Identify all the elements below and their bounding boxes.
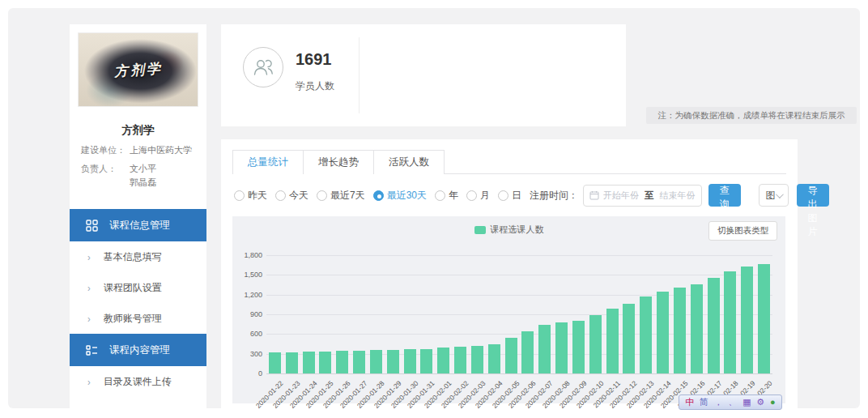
menu-item-label: 课程团队设置 bbox=[104, 281, 162, 295]
menu-item-label: 目录及课件上传 bbox=[104, 375, 172, 389]
info-row-leader: 负责人： 文小平 郭晶磊 bbox=[81, 163, 198, 190]
y-axis-tick: 1,200 bbox=[234, 291, 262, 299]
gridline bbox=[266, 373, 772, 374]
radio-last-30-days[interactable]: 最近30天 bbox=[373, 189, 427, 203]
menu-item-label: 基本信息填写 bbox=[104, 250, 162, 264]
statistics-panel: 总量统计 增长趋势 活跃人数 昨天 今天 最近7天 bbox=[221, 139, 798, 408]
ime-punctuation-icon[interactable]: ， bbox=[714, 398, 723, 407]
enrollment-bar-chart: 课程选课人数 切换图表类型 03006009001,2001,5001,8002… bbox=[232, 216, 785, 403]
divider bbox=[359, 37, 360, 113]
chart-plot[interactable]: 03006009001,2001,5001,8002020-01-222020-… bbox=[266, 255, 772, 373]
student-count-card: 1691 学员人数 bbox=[221, 24, 626, 126]
tab-active-users[interactable]: 活跃人数 bbox=[373, 150, 445, 174]
gridline bbox=[266, 275, 772, 275]
bar bbox=[471, 346, 483, 373]
student-count-value: 1691 bbox=[296, 50, 332, 69]
export-image-button[interactable]: 导出图片 bbox=[797, 184, 829, 207]
radio-yesterday[interactable]: 昨天 bbox=[234, 189, 267, 203]
bar bbox=[420, 349, 432, 373]
tab-bar: 总量统计 增长趋势 活跃人数 bbox=[232, 150, 786, 174]
bar bbox=[623, 304, 635, 373]
radio-circle-icon bbox=[498, 190, 508, 201]
list-icon bbox=[86, 344, 98, 356]
bar bbox=[303, 352, 315, 373]
bar bbox=[758, 264, 770, 373]
y-axis-tick: 600 bbox=[234, 330, 262, 338]
sidebar: 方剂学 方剂学 建设单位： 上海中医药大学 负责人： 文小平 郭晶磊 bbox=[70, 24, 206, 408]
grid-icon bbox=[86, 220, 98, 232]
menu-item-label: 教师账号管理 bbox=[104, 312, 162, 326]
bar bbox=[286, 352, 298, 373]
menu-header-course-info[interactable]: 课程信息管理 bbox=[70, 209, 206, 241]
chart-type-select[interactable]: 图 bbox=[759, 184, 789, 207]
y-axis-tick: 300 bbox=[234, 350, 262, 358]
sidebar-item-basic-info[interactable]: › 基本信息填写 bbox=[70, 241, 206, 272]
end-year-placeholder[interactable]: 结束年份 bbox=[660, 190, 696, 202]
bar bbox=[488, 344, 500, 373]
ime-softkeyboard-icon[interactable]: ▦ bbox=[742, 398, 751, 407]
radio-circle-icon bbox=[234, 190, 245, 201]
bar bbox=[404, 349, 416, 373]
gridline bbox=[266, 255, 772, 256]
sidebar-menu: 课程信息管理 › 基本信息填写 › 课程团队设置 › 教师账号管理 bbox=[70, 209, 206, 397]
note-banner: 注：为确保数据准确，成绩单将在课程结束后展示 bbox=[646, 107, 857, 124]
chart-legend[interactable]: 课程选课人数 bbox=[474, 224, 544, 236]
chevron-right-icon: › bbox=[87, 282, 91, 293]
bar bbox=[555, 322, 568, 373]
bar bbox=[437, 348, 449, 373]
radio-circle-icon bbox=[275, 190, 286, 201]
sidebar-item-teacher-accounts[interactable]: › 教师账号管理 bbox=[70, 303, 206, 334]
course-cover-title: 方剂学 bbox=[113, 58, 163, 80]
y-axis-tick: 1,800 bbox=[234, 251, 262, 259]
bar bbox=[741, 267, 753, 373]
bar bbox=[572, 321, 585, 373]
query-button[interactable]: 查询 bbox=[708, 184, 741, 207]
radio-today[interactable]: 今天 bbox=[275, 189, 308, 203]
bar bbox=[691, 284, 703, 373]
chart-type-selected-value: 图 bbox=[766, 189, 776, 203]
ime-simplified-icon[interactable]: 简 bbox=[700, 398, 708, 407]
students-icon bbox=[243, 47, 283, 87]
bar bbox=[319, 352, 331, 373]
course-title: 方剂学 bbox=[70, 123, 206, 138]
start-year-placeholder[interactable]: 开始年份 bbox=[603, 190, 639, 202]
ime-toolbar[interactable]: 中简，、▦⚙● bbox=[679, 395, 782, 410]
tab-total-statistics[interactable]: 总量统计 bbox=[232, 150, 304, 174]
radio-label: 今天 bbox=[289, 189, 308, 203]
tab-growth-trend[interactable]: 增长趋势 bbox=[303, 150, 374, 174]
ime-symbol-icon[interactable]: 、 bbox=[729, 398, 738, 407]
radio-label: 年 bbox=[449, 189, 458, 203]
radio-day[interactable]: 日 bbox=[498, 189, 521, 203]
radio-circle-icon bbox=[466, 190, 477, 201]
info-row-builder: 建设单位： 上海中医药大学 bbox=[81, 144, 198, 156]
radio-label: 最近7天 bbox=[330, 189, 365, 203]
student-count-label: 学员人数 bbox=[296, 79, 334, 93]
info-value: 上海中医药大学 bbox=[130, 144, 192, 156]
leader-name-2: 郭晶磊 bbox=[130, 177, 156, 189]
y-axis-tick: 1,500 bbox=[234, 271, 262, 279]
chevron-down-icon bbox=[776, 190, 784, 198]
switch-chart-type-button[interactable]: 切换图表类型 bbox=[708, 221, 777, 241]
bar bbox=[724, 271, 736, 373]
radio-year[interactable]: 年 bbox=[435, 189, 458, 203]
radio-month[interactable]: 月 bbox=[466, 189, 490, 203]
sidebar-item-team-setup[interactable]: › 课程团队设置 bbox=[70, 272, 206, 303]
info-label: 负责人： bbox=[81, 163, 130, 190]
register-time-range-input[interactable]: 开始年份 至 结束年份 bbox=[583, 185, 702, 207]
leader-name-1: 文小平 bbox=[130, 163, 156, 175]
ime-tools-icon[interactable]: ⚙ bbox=[756, 398, 764, 407]
ime-globe-icon[interactable]: ● bbox=[770, 398, 776, 407]
legend-label: 课程选课人数 bbox=[491, 224, 544, 236]
radio-last-7-days[interactable]: 最近7天 bbox=[317, 189, 365, 203]
chevron-right-icon: › bbox=[87, 376, 91, 387]
sidebar-item-catalog-upload[interactable]: › 目录及课件上传 bbox=[70, 366, 206, 397]
menu-header-label: 课程信息管理 bbox=[109, 219, 170, 232]
range-separator: 至 bbox=[645, 190, 654, 202]
bar bbox=[353, 351, 365, 373]
bar bbox=[370, 350, 382, 373]
menu-header-course-content[interactable]: 课程内容管理 bbox=[70, 334, 206, 366]
bar bbox=[674, 288, 686, 373]
ime-chinese-mode-icon[interactable]: 中 bbox=[685, 398, 694, 407]
y-axis-tick: 900 bbox=[234, 310, 262, 318]
calendar-icon bbox=[589, 190, 599, 200]
